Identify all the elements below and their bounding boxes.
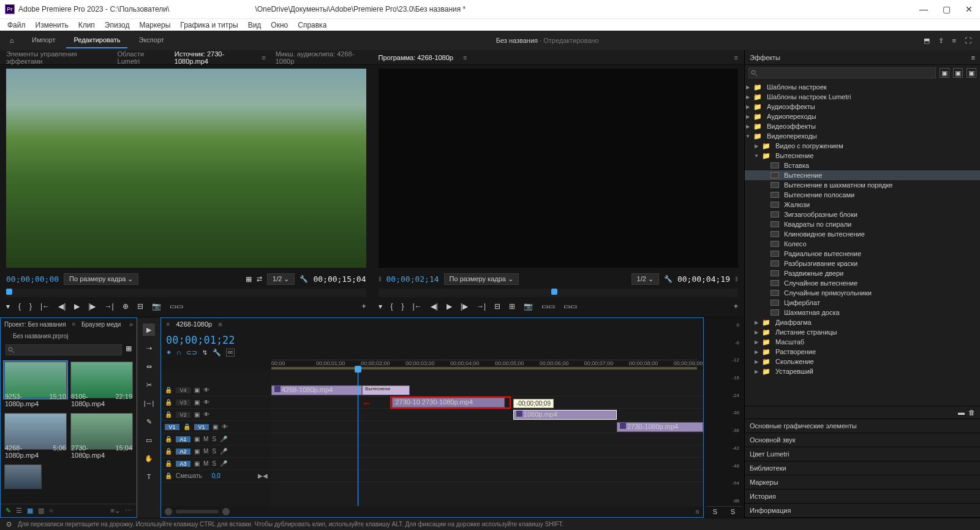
menu-help[interactable]: Справка — [293, 21, 331, 29]
timeline-ruler[interactable]: 00;00 00;00;01;00 00;00;02;00 00;00;03;0… — [271, 360, 697, 369]
effects-item[interactable]: Клиновидное вытеснение — [745, 229, 980, 239]
clip-thumb-2[interactable]: 4268-1080p.mp45;06 — [4, 413, 67, 450]
effects-folder[interactable]: ▶📁Листание страницы — [745, 327, 980, 337]
source-goto-out-icon[interactable]: →| — [104, 302, 113, 311]
source-fit-dropdown[interactable]: По размеру кадра ⌄ — [64, 273, 138, 285]
track-a3[interactable]: A3 — [176, 461, 190, 467]
program-wrench-icon[interactable]: 🔧 — [664, 275, 673, 283]
menu-sequence[interactable]: Эпизод — [100, 21, 135, 29]
solo-right[interactable]: S — [731, 508, 735, 515]
effects-folder[interactable]: ▶📁Видеоэффекты — [745, 121, 980, 131]
program-handle2-icon[interactable]: ⦀ — [735, 275, 738, 283]
clip-thumb-1[interactable]: 8106-1080p.mp422;19 — [70, 362, 133, 398]
effects-item[interactable]: Жалюзи — [745, 200, 980, 210]
effects-search-input[interactable] — [748, 67, 936, 78]
effects-item[interactable]: Раздвижные двери — [745, 268, 980, 278]
effects-item[interactable]: Случайное вытеснение — [745, 278, 980, 288]
effects-item[interactable]: Вытеснение — [745, 170, 980, 180]
menu-edit[interactable]: Изменить — [31, 21, 74, 29]
project-menu-icon[interactable]: ≡ — [72, 321, 75, 327]
source-in-icon[interactable]: { — [18, 302, 21, 311]
tl-cc-icon[interactable]: cc — [226, 349, 235, 357]
share-icon[interactable]: ⇪ — [938, 37, 944, 45]
program-tc-left[interactable]: 00;00;02;14 — [386, 274, 439, 284]
tl-settings-icon[interactable]: ↯ — [202, 349, 208, 357]
panel-graphics[interactable]: Основные графические элементы — [745, 419, 980, 433]
effects-folder[interactable]: ▼📁Видеопереходы — [745, 131, 980, 141]
menu-view[interactable]: Вид — [243, 21, 266, 29]
program-play-icon[interactable]: ▶ — [447, 302, 452, 311]
tl-marker-icon[interactable]: ∩ — [176, 349, 181, 357]
source-insert-icon[interactable]: ⊕ — [123, 302, 129, 311]
source-marker-icon[interactable]: ▾ — [6, 302, 10, 311]
menu-file[interactable]: Файл — [2, 21, 31, 29]
project-sort-icon[interactable]: ≡⌄ — [111, 507, 120, 515]
sequence-name[interactable]: 4268-1080p — [176, 320, 212, 328]
source-ruler[interactable] — [6, 289, 366, 297]
program-out-icon[interactable]: } — [402, 302, 404, 311]
program-panel-menu-icon[interactable]: ≡ — [734, 54, 738, 61]
source-step-back-icon[interactable]: ◀| — [58, 302, 66, 311]
program-export-frame-icon[interactable]: 📷 — [524, 302, 533, 311]
source-overwrite-icon[interactable]: ⊟ — [137, 302, 143, 311]
clip-thumb-3[interactable]: 2730-1080p.mp415;04 — [70, 413, 133, 450]
fx-badge-1-icon[interactable]: ▣ — [940, 68, 949, 78]
minimize-button[interactable]: — — [919, 4, 928, 14]
fullscreen-icon[interactable]: ⛶ — [965, 37, 971, 45]
workspace-menu-icon[interactable]: ≡ — [952, 37, 956, 45]
program-res-dropdown[interactable]: 1/2 ⌄ — [631, 273, 659, 285]
clip-v4[interactable]: 4268-1080p.mp4 — [271, 385, 362, 395]
program-fit-dropdown[interactable]: По размеру кадра ⌄ — [444, 273, 519, 285]
effects-item[interactable]: Зигзагообразные блоки — [745, 210, 980, 219]
ws-export[interactable]: Экспорт — [131, 32, 171, 48]
effects-item[interactable]: Радиальное вытеснение — [745, 249, 980, 259]
menu-graphics[interactable]: Графика и титры — [175, 21, 243, 29]
ripple-tool[interactable]: ⇔ — [143, 360, 155, 373]
new-bin-icon[interactable]: ▬ — [958, 409, 965, 416]
fx-badge-3-icon[interactable]: ▣ — [967, 68, 976, 78]
program-marker-icon[interactable]: ▾ — [379, 302, 382, 311]
timeline-scroll-icon[interactable]: ○ — [695, 508, 699, 515]
clip-thumb-4[interactable] — [4, 464, 42, 489]
project-search-input[interactable] — [6, 344, 122, 355]
track-v3[interactable]: V3 — [176, 399, 190, 406]
program-ruler[interactable] — [379, 289, 739, 297]
source-out-icon[interactable]: } — [29, 302, 32, 311]
program-handle-icon[interactable]: ⦀ — [379, 275, 382, 283]
source-screen[interactable] — [6, 69, 366, 268]
tl-link-icon[interactable]: ⊂⊃ — [186, 349, 197, 357]
source-settings-icon[interactable]: ▦ — [246, 275, 252, 283]
clip-thumb-0[interactable]: 9253-1080p.mp415;10 — [4, 362, 67, 398]
track-v1[interactable]: V1 — [194, 424, 209, 430]
track-a2[interactable]: A2 — [176, 449, 190, 455]
fx-badge-2-icon[interactable]: ▣ — [953, 68, 963, 78]
source-drag-icon[interactable]: ⇄ — [257, 275, 262, 283]
effects-item[interactable]: Циферблат — [745, 298, 980, 308]
source-compare-icon[interactable]: ▭▭ — [170, 302, 183, 311]
project-zoom-icon[interactable]: ○ — [49, 507, 53, 515]
zoom-handle-left[interactable] — [165, 508, 172, 515]
source-tc-left[interactable]: 00;00;00;00 — [6, 274, 59, 284]
effects-folder[interactable]: ▶📁Видео с погружением — [745, 141, 980, 151]
program-lift-icon[interactable]: ⊟ — [494, 302, 500, 311]
clip-v1[interactable]: 2730-1080p.mp4 — [617, 422, 703, 432]
source-goto-in-icon[interactable]: |← — [40, 302, 50, 311]
tab-source[interactable]: Источник: 2730-1080p.mp4 — [175, 50, 252, 65]
zoom-handle-right[interactable] — [222, 508, 230, 515]
effects-item[interactable]: Квадраты по спирали — [745, 219, 980, 229]
panel-history[interactable]: История — [745, 490, 980, 504]
effects-item[interactable]: Разбрызгивание краски — [745, 259, 980, 268]
panel-markers[interactable]: Маркеры — [745, 475, 980, 490]
program-in-icon[interactable]: { — [391, 302, 393, 311]
home-icon[interactable]: ⌂ — [5, 37, 18, 44]
project-new-bin-icon[interactable]: ▦ — [126, 344, 132, 355]
effects-folder[interactable]: ▶📁Растворение — [745, 347, 980, 357]
effects-item[interactable]: Вставка — [745, 161, 980, 170]
timeline-menu-icon[interactable]: ≡ — [218, 320, 222, 328]
source-wrench-icon[interactable]: 🔧 — [300, 275, 308, 283]
close-button[interactable]: ✕ — [965, 4, 973, 14]
clip-v2[interactable]: 1080p.mp4 — [513, 410, 617, 420]
panel-libraries[interactable]: Библиотеки — [745, 461, 980, 475]
effects-folder[interactable]: ▶📁Скольжение — [745, 357, 980, 366]
ws-import[interactable]: Импорт — [24, 32, 62, 48]
